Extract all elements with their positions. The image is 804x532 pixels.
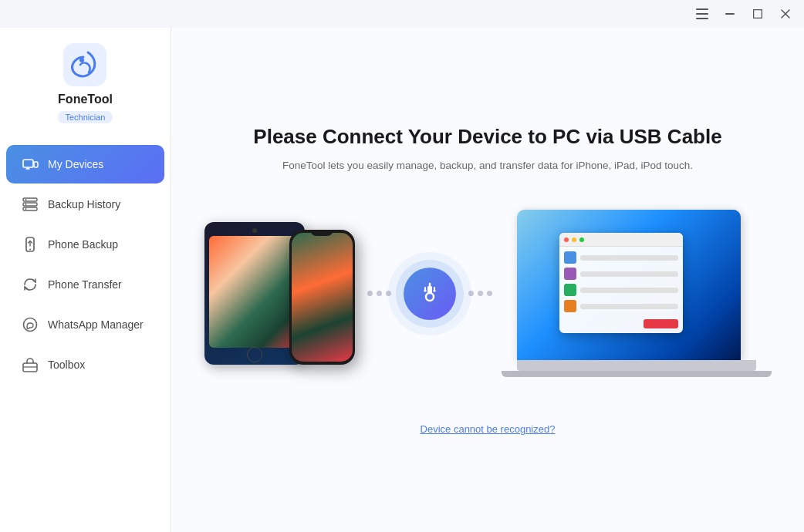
backup-history-label: Backup History xyxy=(48,198,120,210)
win-dot-close xyxy=(564,237,569,242)
app-logo xyxy=(63,43,106,86)
usb-connector-icon xyxy=(404,268,456,320)
svg-point-8 xyxy=(79,58,84,62)
logo-area: FoneTool Technician xyxy=(58,43,113,123)
svg-point-22 xyxy=(24,318,37,332)
svg-rect-1 xyxy=(696,13,708,15)
phone-transfer-label: Phone Transfer xyxy=(48,278,122,291)
laptop-window-titlebar xyxy=(559,233,683,247)
sidebar-item-phone-transfer[interactable]: Phone Transfer xyxy=(6,265,164,304)
dot-4 xyxy=(468,291,474,296)
win-dot-minimize xyxy=(572,237,576,242)
svg-point-16 xyxy=(25,199,27,200)
app-container: FoneTool Technician My Devices xyxy=(0,28,804,532)
laptop-row-icon-2 xyxy=(564,268,576,280)
laptop-row-line-2 xyxy=(580,271,678,277)
backup-history-icon xyxy=(22,196,39,213)
sidebar-item-backup-history[interactable]: Backup History xyxy=(6,185,164,224)
phone-backup-icon xyxy=(22,236,39,253)
laptop-base xyxy=(517,360,756,371)
svg-rect-7 xyxy=(63,43,106,86)
sidebar-item-my-devices[interactable]: My Devices xyxy=(6,145,164,184)
connector-dots-right xyxy=(468,291,492,296)
tablet-camera xyxy=(252,228,257,233)
sidebar: FoneTool Technician My Devices xyxy=(0,28,171,532)
laptop-screen xyxy=(517,210,741,360)
sidebar-item-toolbox[interactable]: Toolbox xyxy=(6,345,164,384)
dot-3 xyxy=(386,291,391,296)
laptop-row-1 xyxy=(564,251,678,264)
title-bar xyxy=(0,0,804,28)
laptop-row-icon-3 xyxy=(564,284,576,296)
svg-rect-0 xyxy=(696,8,708,10)
laptop-window-content xyxy=(559,247,683,333)
main-content: Please Connect Your Device to PC via USB… xyxy=(171,28,804,532)
svg-rect-10 xyxy=(34,162,38,167)
dot-2 xyxy=(377,291,382,296)
svg-point-17 xyxy=(25,204,27,205)
svg-rect-4 xyxy=(754,10,762,19)
page-subtitle: FoneTool lets you easily manage, backup,… xyxy=(282,160,693,171)
dot-6 xyxy=(487,291,492,296)
phone-device xyxy=(289,230,355,365)
laptop-row-2 xyxy=(564,268,678,280)
nav-menu: My Devices Backup History xyxy=(0,145,171,384)
connection-illustration xyxy=(204,210,772,377)
sidebar-item-phone-backup[interactable]: Phone Backup xyxy=(6,225,164,264)
app-name: FoneTool xyxy=(58,93,113,106)
plan-badge: Technician xyxy=(58,111,113,123)
phone-notch xyxy=(310,230,333,236)
laptop-row-icon xyxy=(564,251,576,264)
whatsapp-manager-icon xyxy=(22,316,39,333)
laptop-row-4 xyxy=(564,300,678,312)
laptop-row-line xyxy=(580,255,678,261)
mobile-devices-group xyxy=(204,222,355,365)
win-dot-maximize xyxy=(579,237,584,242)
laptop-btn-row xyxy=(564,319,678,328)
svg-rect-30 xyxy=(424,290,426,292)
svg-point-26 xyxy=(426,293,434,301)
phone-backup-label: Phone Backup xyxy=(48,238,118,251)
svg-point-18 xyxy=(25,208,27,210)
minimize-button[interactable] xyxy=(718,3,742,25)
whatsapp-manager-label: WhatsApp Manager xyxy=(48,318,144,331)
laptop-row-icon-4 xyxy=(564,300,576,312)
phone-screen xyxy=(292,233,353,362)
laptop-row-line-4 xyxy=(580,304,678,309)
svg-rect-9 xyxy=(23,160,33,167)
dot-1 xyxy=(367,291,373,296)
close-button[interactable] xyxy=(773,3,798,25)
page-title: Please Connect Your Device to PC via USB… xyxy=(253,125,721,149)
maximize-button[interactable] xyxy=(745,3,770,25)
svg-rect-31 xyxy=(433,290,435,292)
toolbox-label: Toolbox xyxy=(48,359,85,371)
tablet-home-button xyxy=(247,347,262,362)
laptop-action-btn xyxy=(644,319,678,328)
laptop-row-3 xyxy=(564,284,678,296)
laptop-row-line-3 xyxy=(580,288,678,293)
svg-rect-2 xyxy=(696,18,708,19)
toolbox-icon xyxy=(22,356,39,373)
my-devices-icon xyxy=(22,156,39,173)
menu-button[interactable] xyxy=(690,3,714,25)
laptop-window-overlay xyxy=(559,233,683,333)
phone-transfer-icon xyxy=(22,276,39,293)
my-devices-label: My Devices xyxy=(48,158,103,170)
laptop-foot xyxy=(502,371,772,377)
device-recognition-link[interactable]: Device cannot be recognized? xyxy=(421,423,556,435)
sidebar-item-whatsapp-manager[interactable]: WhatsApp Manager xyxy=(6,305,164,344)
laptop-device xyxy=(517,210,772,377)
svg-rect-3 xyxy=(725,13,735,15)
svg-point-20 xyxy=(29,249,31,251)
connector-dots-left xyxy=(367,291,391,296)
dot-5 xyxy=(478,291,483,296)
tablet-screen xyxy=(209,236,300,348)
